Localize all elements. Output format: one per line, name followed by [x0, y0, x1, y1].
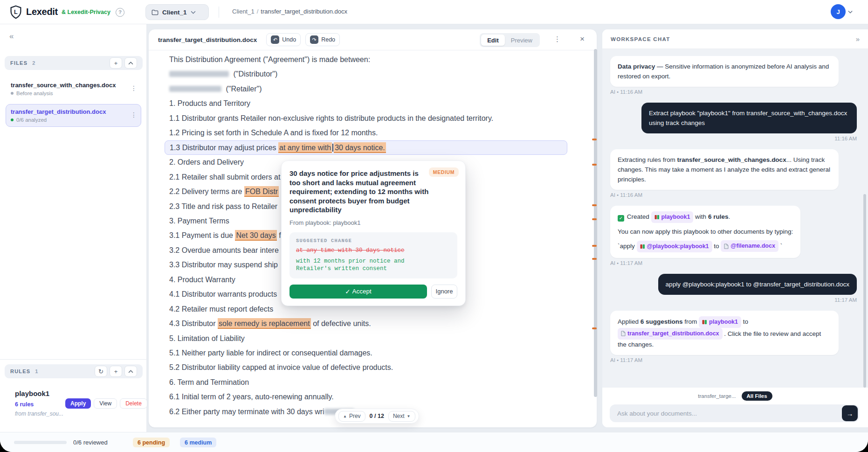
- document-line-selected[interactable]: 1.3 Distributor may adjust prices at any…: [165, 140, 567, 155]
- view-playbook-button[interactable]: View: [94, 398, 117, 409]
- ai-message-bubble: ✓ Created playbook1 with 6 rules.You can…: [610, 206, 800, 258]
- check-icon: ✓: [618, 215, 624, 222]
- document-line[interactable]: 6.1 Initial term of 2 years, auto-renewi…: [169, 391, 334, 403]
- ignore-button[interactable]: Ignore: [431, 285, 457, 299]
- file-item[interactable]: transfer_source_with_changes.docxBefore …: [6, 77, 141, 100]
- document-line[interactable]: 3.1 Payment is due Net 30 days f: [169, 230, 281, 241]
- suggestion-popup: 30 days notice for price adjustments is …: [281, 160, 466, 306]
- document-line[interactable]: 3.2 Overdue amounts bear intere: [169, 245, 279, 256]
- document-line[interactable]: 1.2 Pricing is set forth in Schedule A a…: [169, 127, 378, 139]
- chat-input[interactable]: [610, 404, 859, 422]
- folder-icon: [152, 9, 158, 15]
- document-line[interactable]: 1. Products and Territory: [169, 98, 250, 109]
- message-meta: 11:17 AM: [834, 297, 857, 303]
- chat-scrollbar[interactable]: [863, 194, 866, 388]
- document-line[interactable]: 3. Payment Terms: [169, 216, 229, 227]
- add-rule-button[interactable]: +: [110, 366, 122, 377]
- ai-message-bubble: Data privacy — Sensitive information is …: [610, 56, 839, 87]
- send-button[interactable]: →: [842, 405, 858, 421]
- avatar[interactable]: J: [831, 4, 846, 19]
- suggested-change-box: SUGGESTED CHANGE at any time with 30 day…: [289, 232, 457, 278]
- document-scrollbar[interactable]: [594, 49, 597, 397]
- redo-button[interactable]: ↷Redo: [305, 33, 340, 46]
- apply-playbook-button[interactable]: Apply: [65, 398, 91, 409]
- document-line[interactable]: 4.2 Retailer must report defects: [169, 304, 273, 315]
- accept-button[interactable]: ✓Accept: [289, 285, 427, 299]
- file-list: transfer_source_with_changes.docxBefore …: [0, 77, 147, 131]
- account-menu[interactable]: J: [831, 4, 853, 19]
- document-line[interactable]: 1.1 Distributor grants Retailer non-excl…: [169, 113, 493, 124]
- playbook-chip[interactable]: playbook1: [651, 211, 694, 223]
- delete-playbook-button[interactable]: Delete: [120, 398, 147, 409]
- review-progress-bar: [14, 441, 67, 444]
- file-item[interactable]: transfer_target_distribution.docx0/6 ana…: [6, 104, 141, 127]
- document-line[interactable]: 4. Product Warranty: [169, 274, 235, 285]
- scope-all-files[interactable]: All Files: [742, 391, 772, 401]
- document-line[interactable]: 4.3 Distributor sole remedy is replaceme…: [169, 318, 371, 329]
- document-line[interactable]: 6. Term and Termination: [169, 377, 249, 388]
- document-line[interactable]: ("Retailer"): [169, 83, 262, 95]
- document-line[interactable]: This Distribution Agreement ("Agreement"…: [169, 54, 370, 65]
- undo-button[interactable]: ↶Undo: [266, 33, 301, 46]
- chevron-down-icon: [848, 10, 853, 14]
- document-line[interactable]: 2.2 Delivery terms are FOB Distr: [169, 186, 279, 197]
- more-menu-icon[interactable]: ⋮: [554, 35, 561, 43]
- lexedit-logo-icon: L: [9, 5, 22, 19]
- user-message-bubble: Extract playbook "playbook1" from transf…: [641, 103, 857, 133]
- suggestion-marker: [592, 164, 597, 166]
- document-line[interactable]: 3.3 Distributor may suspend ship: [169, 259, 278, 271]
- file-chip[interactable]: @filename.docx: [721, 240, 778, 252]
- message-meta: AI • 11:16 AM: [610, 89, 642, 95]
- document-line[interactable]: ("Distributor"): [169, 69, 277, 80]
- chevron-up-icon: [128, 62, 133, 65]
- close-icon[interactable]: ×: [580, 35, 585, 44]
- breadcrumb[interactable]: Client_1/transfer_target_distribution.do…: [232, 8, 347, 15]
- refresh-rules-button[interactable]: ↻: [95, 366, 107, 377]
- document-title: transfer_target_distribution.docx: [158, 36, 257, 43]
- suggested-change-label: SUGGESTED CHANGE: [296, 238, 451, 243]
- collapse-files-button[interactable]: [124, 57, 137, 69]
- book-icon: [702, 320, 707, 325]
- rules-count: 1: [35, 369, 38, 374]
- scope-current-file[interactable]: transfer_targe...: [698, 393, 736, 399]
- kebab-menu-icon[interactable]: ⋮: [131, 84, 137, 92]
- pending-badge: 6 pending: [133, 438, 170, 447]
- document-panel: transfer_target_distribution.docx ↶Undo …: [148, 29, 597, 428]
- help-icon[interactable]: ?: [116, 8, 124, 17]
- file-icon: [621, 331, 626, 336]
- playbook-chip[interactable]: @playbook:playbook1: [637, 241, 712, 252]
- document-line[interactable]: 5.1 Neither party liable for indirect or…: [169, 348, 372, 359]
- workspace-selector[interactable]: Client_1: [145, 4, 209, 20]
- collapse-sidebar-icon[interactable]: «: [9, 32, 14, 41]
- document-line[interactable]: 6.2 Either party may terminate with 30 d…: [169, 406, 357, 417]
- document-line[interactable]: 2.3 Title and risk pass to Retailer: [169, 201, 277, 212]
- expand-panel-icon[interactable]: »: [856, 35, 860, 43]
- tab-edit[interactable]: Edit: [481, 35, 505, 46]
- svg-text:L: L: [14, 9, 18, 15]
- document-line[interactable]: 4.1 Distributor warrants products: [169, 289, 277, 300]
- file-chip[interactable]: transfer_target_distribution.docx: [618, 328, 723, 340]
- kebab-menu-icon[interactable]: ⋮: [131, 111, 137, 118]
- add-file-button[interactable]: +: [110, 57, 122, 69]
- suggestion-marker: [592, 204, 597, 206]
- tab-preview[interactable]: Preview: [505, 35, 538, 46]
- ai-message-bubble: Applied 6 suggestions from playbook1 to …: [610, 311, 839, 355]
- breadcrumb-root[interactable]: Client_1: [232, 8, 255, 15]
- chat-title: WORKSPACE CHAT: [611, 36, 670, 42]
- document-line[interactable]: 2. Orders and Delivery: [169, 157, 244, 168]
- breadcrumb-file: transfer_target_distribution.docx: [261, 8, 347, 15]
- next-suggestion-button[interactable]: Next▼: [388, 411, 415, 422]
- collapse-rules-button[interactable]: [124, 366, 137, 377]
- file-status: Before analysis: [11, 90, 129, 96]
- document-line[interactable]: 5. Limitation of Liability: [169, 333, 245, 344]
- chat-messages: Data privacy — Sensitive information is …: [602, 49, 868, 389]
- rules-title: RULES: [10, 369, 30, 374]
- suggestion-marker: [592, 139, 597, 140]
- document-line[interactable]: 5.2 Distributor liability capped at invo…: [169, 362, 393, 373]
- prev-suggestion-button[interactable]: ▲Prev: [338, 411, 365, 422]
- book-icon: [654, 215, 660, 220]
- playbook-chip[interactable]: playbook1: [699, 316, 741, 328]
- document-line[interactable]: 2.1 Retailer shall submit orders at: [169, 172, 280, 183]
- pager-position: 0 / 12: [370, 413, 384, 419]
- top-bar: L Lexedit & Lexedit-Privacy ? Client_1 C…: [0, 0, 868, 24]
